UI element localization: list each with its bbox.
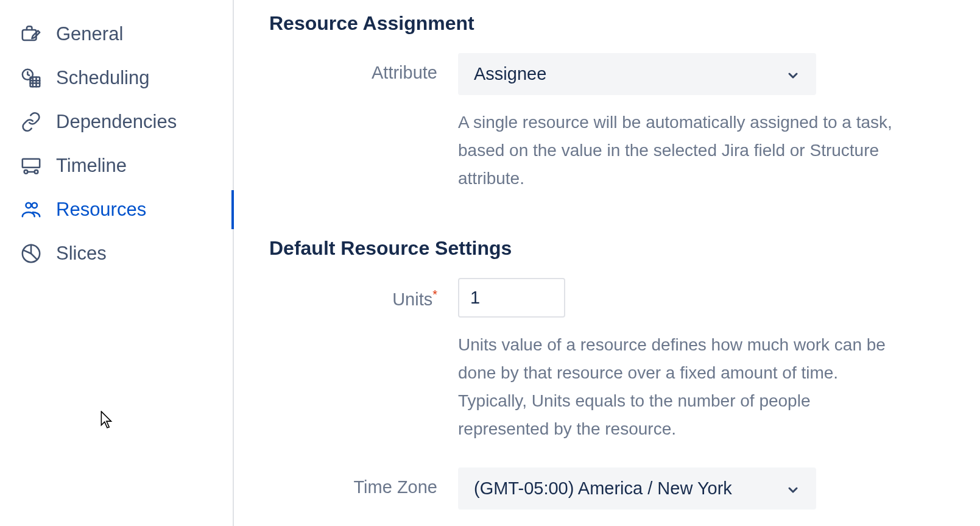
svg-rect-7 xyxy=(23,159,40,168)
attribute-label: Attribute xyxy=(269,53,458,83)
briefcase-edit-icon xyxy=(21,24,41,44)
clock-calendar-icon xyxy=(21,68,41,88)
section-title-default-resource-settings: Default Resource Settings xyxy=(269,237,968,260)
units-input[interactable] xyxy=(458,278,565,318)
sidebar-item-label: Slices xyxy=(56,243,107,265)
settings-main: Resource Assignment Attribute Assignee A… xyxy=(234,0,980,526)
units-help-text: Units value of a resource defines how mu… xyxy=(458,331,903,444)
sidebar-item-label: Timeline xyxy=(56,155,127,177)
link-icon xyxy=(21,112,41,132)
sidebar-item-resources[interactable]: Resources xyxy=(0,188,233,232)
sidebar-item-label: Dependencies xyxy=(56,111,177,133)
attribute-row: Attribute Assignee xyxy=(269,53,968,95)
users-icon xyxy=(21,199,41,220)
chevron-down-icon xyxy=(786,67,800,82)
sidebar-item-slices[interactable]: Slices xyxy=(0,232,233,275)
attribute-select[interactable]: Assignee xyxy=(458,53,816,95)
timezone-label: Time Zone xyxy=(269,467,458,497)
pie-chart-icon xyxy=(21,243,41,264)
sidebar-item-general[interactable]: General xyxy=(0,12,233,56)
settings-sidebar: General Scheduling xyxy=(0,0,234,526)
attribute-value: Assignee xyxy=(474,64,546,84)
sidebar-item-dependencies[interactable]: Dependencies xyxy=(0,100,233,144)
sidebar-item-label: Resources xyxy=(56,199,146,221)
sidebar-item-label: Scheduling xyxy=(56,67,149,89)
timeline-icon xyxy=(21,155,41,176)
section-title-resource-assignment: Resource Assignment xyxy=(269,12,968,35)
timezone-select[interactable]: (GMT-05:00) America / New York xyxy=(458,467,816,510)
sidebar-item-scheduling[interactable]: Scheduling xyxy=(0,56,233,100)
attribute-help-text: A single resource will be automatically … xyxy=(458,108,903,193)
units-label: Units* xyxy=(269,278,458,310)
sidebar-item-label: General xyxy=(56,23,123,45)
svg-point-12 xyxy=(32,203,37,208)
chevron-down-icon xyxy=(786,482,800,496)
units-row: Units* xyxy=(269,278,968,318)
timezone-row: Time Zone (GMT-05:00) America / New York xyxy=(269,467,968,510)
svg-point-11 xyxy=(26,203,32,208)
timezone-value: (GMT-05:00) America / New York xyxy=(474,478,732,499)
sidebar-item-timeline[interactable]: Timeline xyxy=(0,144,233,188)
